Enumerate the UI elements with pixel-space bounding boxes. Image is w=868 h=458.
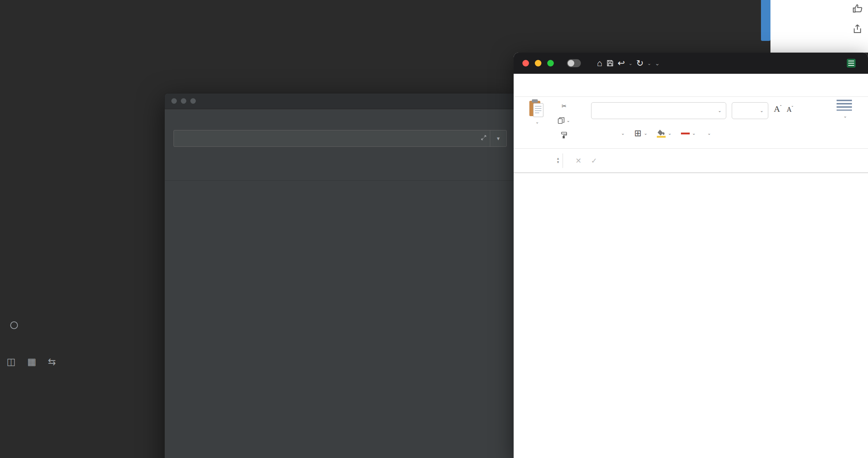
font-color-icon: [681, 133, 690, 134]
paste-button[interactable]: ⌄: [522, 99, 551, 146]
fill-color-button[interactable]: ⌄: [657, 129, 671, 138]
cut-button[interactable]: ✂: [561, 100, 566, 111]
window-controls[interactable]: [522, 60, 554, 66]
workbook-icon: [847, 59, 856, 68]
chevron-down-icon: ⌄: [718, 108, 722, 113]
redo-icon[interactable]: ↻: [636, 59, 644, 68]
decrease-font-button[interactable]: Aˇ: [787, 105, 793, 114]
undo-icon[interactable]: ↩: [618, 59, 625, 68]
copy-button[interactable]: ⌄: [558, 115, 570, 126]
minimize-icon[interactable]: [535, 60, 541, 66]
debug-toolbar-icon-2[interactable]: ▦: [27, 356, 37, 367]
clipboard-icon: [529, 99, 544, 117]
thumbs-up-icon[interactable]: [852, 3, 863, 14]
cancel-entry-icon[interactable]: ✕: [575, 156, 582, 165]
debug-toolbar-icon-1[interactable]: ◫: [7, 356, 16, 367]
excel-titlebar[interactable]: ⌂ ↩⌄ ↻⌄ ⌄: [514, 53, 868, 74]
save-icon[interactable]: [606, 59, 614, 67]
chevron-down-icon: ⌄: [760, 108, 764, 113]
desktop: ◫ ▦ ⇆ ▼: [0, 0, 868, 458]
formula-bar: ▲▼ ✕ ✓: [514, 149, 868, 173]
debug-toolbar: ◫ ▦ ⇆: [7, 356, 56, 367]
format-painter-button[interactable]: [561, 130, 567, 141]
test-status-icon: [10, 321, 18, 329]
increase-font-button[interactable]: Aˆ: [774, 104, 781, 114]
spreadsheet-grid[interactable]: [514, 173, 868, 458]
evaluate-dialog-titlebar[interactable]: [165, 93, 515, 109]
share-icon[interactable]: [852, 23, 863, 34]
test-runner-node[interactable]: [10, 321, 22, 329]
fill-color-icon: [657, 129, 666, 138]
excel-window: ⌂ ↩⌄ ↻⌄ ⌄ ⌄: [514, 53, 868, 458]
name-box-stepper[interactable]: ▲▼: [556, 157, 563, 164]
home-icon[interactable]: ⌂: [597, 59, 602, 68]
debug-toolbar-icon-3[interactable]: ⇆: [48, 356, 56, 367]
redo-dropdown-icon[interactable]: ⌄: [647, 61, 651, 66]
close-icon[interactable]: [522, 60, 529, 66]
expression-history-dropdown[interactable]: ▼: [490, 130, 506, 146]
result-tree[interactable]: [165, 180, 515, 458]
alignment-button[interactable]: ⌄: [823, 100, 866, 119]
format-painter-icon: [561, 132, 567, 138]
expand-editor-icon[interactable]: [477, 135, 490, 142]
borders-icon: ⊞: [634, 128, 642, 138]
evaluate-dialog: ▼: [164, 93, 516, 458]
window-controls[interactable]: [171, 98, 196, 104]
background-window: [770, 0, 868, 53]
font-color-button[interactable]: ⌄: [681, 131, 696, 136]
borders-button[interactable]: ⊞⌄: [634, 128, 647, 138]
flutter-output-tab[interactable]: [761, 0, 770, 41]
zoom-icon[interactable]: [547, 60, 554, 66]
ribbon-tabs: [514, 74, 868, 97]
expression-input[interactable]: ▼: [174, 130, 507, 147]
alignment-icon: [837, 100, 852, 111]
toolbar-options-icon[interactable]: ⌄: [655, 60, 660, 67]
underline-button[interactable]: ⌄: [619, 131, 625, 136]
undo-dropdown-icon[interactable]: ⌄: [629, 61, 633, 66]
font-size-select[interactable]: ⌄: [732, 102, 768, 119]
confirm-entry-icon[interactable]: ✓: [591, 156, 597, 165]
paste-dropdown-icon[interactable]: ⌄: [535, 119, 539, 125]
name-box[interactable]: ▲▼: [514, 149, 563, 172]
copy-icon: [558, 117, 564, 124]
autosave-toggle[interactable]: [567, 59, 581, 67]
phonetic-guide-button[interactable]: ⌄: [705, 131, 711, 136]
font-name-select[interactable]: ⌄: [591, 102, 726, 119]
ribbon-toolbar: ⌄ ✂ ⌄ ⌄ ⌄ Aˆ Aˇ: [514, 97, 868, 149]
